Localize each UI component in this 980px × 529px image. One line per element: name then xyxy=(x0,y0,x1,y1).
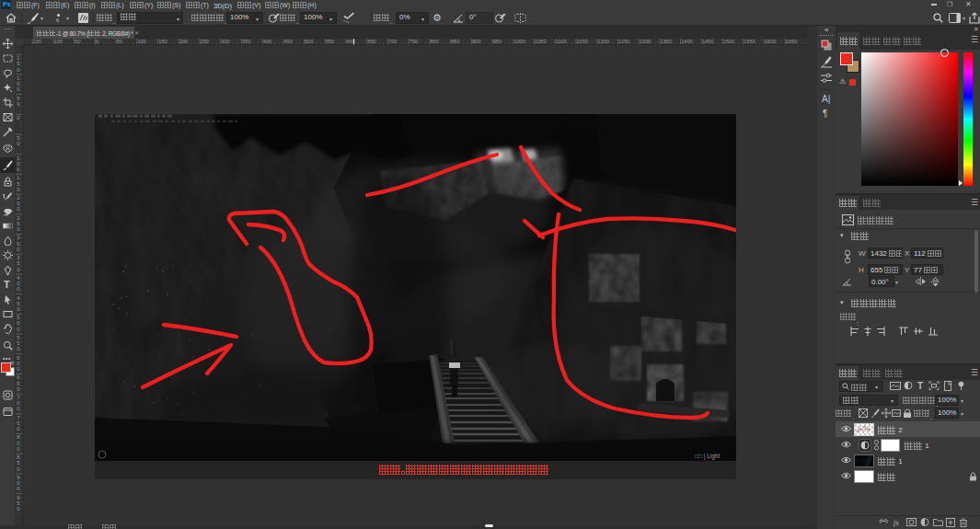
svg-text:800: 800 xyxy=(431,39,439,44)
svg-text:1650: 1650 xyxy=(786,39,797,44)
svg-text:0: 0 xyxy=(17,267,19,272)
svg-text:0: 0 xyxy=(96,39,98,44)
svg-text:50: 50 xyxy=(117,39,122,44)
svg-text:0: 0 xyxy=(17,167,19,172)
svg-text:350: 350 xyxy=(242,39,250,44)
svg-text:0: 0 xyxy=(17,115,19,121)
svg-text:5: 5 xyxy=(17,61,19,66)
svg-text:0: 0 xyxy=(17,86,19,92)
svg-text:50: 50 xyxy=(75,39,80,44)
svg-text:0: 0 xyxy=(17,446,19,452)
svg-text:3: 3 xyxy=(17,255,19,260)
svg-text:1: 1 xyxy=(17,175,19,180)
svg-text:2: 2 xyxy=(17,195,19,201)
svg-text:0: 0 xyxy=(17,506,19,512)
svg-text:1550: 1550 xyxy=(744,39,755,44)
svg-text:750: 750 xyxy=(409,39,418,44)
svg-text:7: 7 xyxy=(17,395,19,400)
svg-text:500: 500 xyxy=(305,39,313,44)
svg-text:150: 150 xyxy=(158,39,167,44)
svg-text:T: T xyxy=(917,381,923,391)
svg-text:0: 0 xyxy=(17,327,19,332)
svg-text:4: 4 xyxy=(17,275,19,281)
svg-text:5: 5 xyxy=(17,315,19,320)
svg-text:0: 0 xyxy=(17,441,19,446)
svg-text:9: 9 xyxy=(17,475,19,480)
svg-text:5: 5 xyxy=(17,335,19,340)
svg-text:0: 0 xyxy=(17,241,19,247)
svg-text:150: 150 xyxy=(33,39,41,44)
svg-text:0: 0 xyxy=(17,361,19,366)
svg-text:900: 900 xyxy=(472,39,480,44)
svg-text:0: 0 xyxy=(17,226,19,232)
svg-text:250: 250 xyxy=(201,39,209,44)
svg-text:100: 100 xyxy=(54,39,63,44)
svg-text:1150: 1150 xyxy=(577,39,588,44)
svg-text:650: 650 xyxy=(367,39,375,44)
svg-text:0: 0 xyxy=(17,161,19,167)
svg-text:8: 8 xyxy=(17,454,19,460)
svg-text:0: 0 xyxy=(17,480,19,486)
svg-text:0: 0 xyxy=(17,486,19,491)
svg-text:0: 0 xyxy=(17,346,19,351)
svg-text:5: 5 xyxy=(17,260,19,266)
svg-text:5: 5 xyxy=(17,340,19,346)
svg-text:1100: 1100 xyxy=(556,39,567,44)
svg-text:5: 5 xyxy=(17,460,19,466)
svg-text:1600: 1600 xyxy=(765,39,776,44)
svg-text:5: 5 xyxy=(17,301,19,306)
svg-text:950: 950 xyxy=(493,39,502,44)
svg-text:1050: 1050 xyxy=(535,39,546,44)
svg-text:0: 0 xyxy=(17,81,19,86)
svg-text:0: 0 xyxy=(17,386,19,392)
svg-text:7: 7 xyxy=(17,415,19,420)
svg-text:0: 0 xyxy=(17,306,19,312)
svg-text:0: 0 xyxy=(17,286,19,292)
svg-text:0: 0 xyxy=(17,426,19,431)
svg-text:1400: 1400 xyxy=(681,39,692,44)
svg-text:5: 5 xyxy=(17,500,19,506)
svg-text:550: 550 xyxy=(326,39,334,44)
svg-text:1000: 1000 xyxy=(513,39,525,44)
svg-text:0: 0 xyxy=(17,281,19,286)
svg-text:1: 1 xyxy=(17,155,19,161)
svg-text:1450: 1450 xyxy=(702,39,713,44)
svg-text:700: 700 xyxy=(388,39,397,44)
svg-text:1250: 1250 xyxy=(618,39,629,44)
svg-text:200: 200 xyxy=(179,39,188,44)
svg-text:6: 6 xyxy=(17,355,19,361)
svg-text:1350: 1350 xyxy=(660,39,671,44)
svg-text:5: 5 xyxy=(17,221,19,226)
svg-text:3: 3 xyxy=(17,235,19,240)
svg-text:6: 6 xyxy=(17,374,19,380)
svg-text:0: 0 xyxy=(17,206,19,212)
svg-text:0: 0 xyxy=(17,67,19,73)
svg-text:0: 0 xyxy=(17,466,19,472)
svg-text:0: 0 xyxy=(17,201,19,206)
svg-text:5: 5 xyxy=(17,420,19,426)
svg-text:fx: fx xyxy=(894,519,899,527)
svg-text:0: 0 xyxy=(17,247,19,252)
svg-text:□□ | Light: □□ | Light xyxy=(695,453,720,460)
svg-text:0: 0 xyxy=(17,406,19,411)
svg-text:850: 850 xyxy=(451,39,459,44)
svg-text:9: 9 xyxy=(17,495,19,500)
svg-text:8: 8 xyxy=(17,434,19,440)
svg-text:450: 450 xyxy=(284,39,293,44)
svg-text:2: 2 xyxy=(17,215,19,221)
svg-text:100: 100 xyxy=(137,39,145,44)
svg-text:5: 5 xyxy=(17,381,19,386)
svg-text:1200: 1200 xyxy=(597,39,608,44)
svg-text:1300: 1300 xyxy=(640,39,651,44)
svg-text:5: 5 xyxy=(17,135,19,141)
svg-text:400: 400 xyxy=(263,39,271,44)
svg-text:0: 0 xyxy=(17,320,19,326)
svg-text:300: 300 xyxy=(221,39,229,44)
svg-text:0: 0 xyxy=(17,101,19,107)
svg-text:5: 5 xyxy=(17,96,19,101)
svg-text:0: 0 xyxy=(17,187,19,192)
svg-text:5: 5 xyxy=(17,181,19,187)
svg-text:1: 1 xyxy=(17,55,19,61)
svg-text:0: 0 xyxy=(17,400,19,406)
svg-text:1500: 1500 xyxy=(723,39,734,44)
